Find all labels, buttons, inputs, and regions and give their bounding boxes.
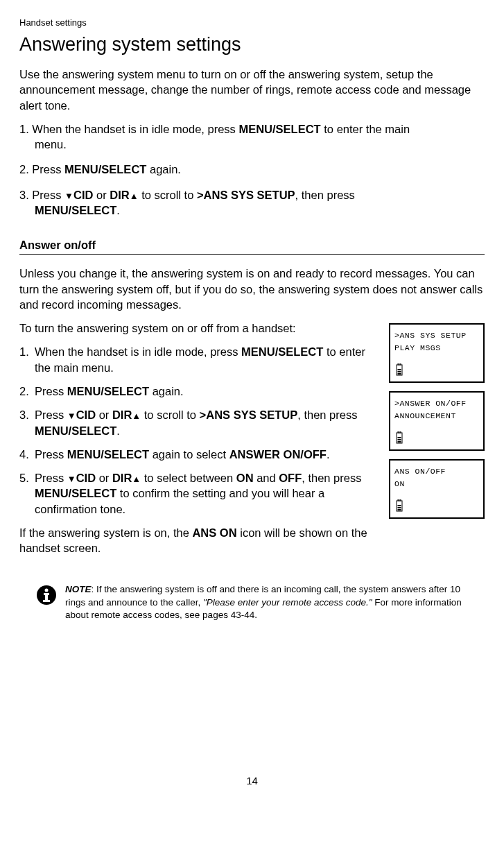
lcd-line: ON xyxy=(394,479,479,490)
text: MENU/ xyxy=(238,123,275,135)
text: SELECT xyxy=(101,163,146,175)
text: /SELECT xyxy=(69,424,117,437)
list-item: Press MENU/SELECT again. xyxy=(19,384,381,399)
lcd-screen-3: ANS ON/OFF ON xyxy=(389,459,485,519)
svg-rect-3 xyxy=(398,371,401,372)
text: DIR xyxy=(110,189,129,201)
list-item: When the handset is in idle mode, press … xyxy=(19,344,381,375)
svg-rect-9 xyxy=(398,441,401,442)
text: . xyxy=(116,424,120,437)
text: to enter the main xyxy=(321,123,410,135)
lcd-line: ANNOUNCEMENT xyxy=(394,411,479,422)
text: >ANS SYS SETUP xyxy=(197,189,295,201)
text: /SELECT xyxy=(69,204,117,216)
svg-rect-13 xyxy=(398,507,401,508)
text: /SELECT xyxy=(101,448,149,461)
text: ANS ON xyxy=(192,526,236,539)
text: Press xyxy=(35,448,67,461)
text: MENU xyxy=(67,385,101,397)
svg-rect-7 xyxy=(398,437,401,438)
list-item: Press MENU/SELECT again to select ANSWER… xyxy=(19,447,381,462)
text: /SELECT xyxy=(101,385,149,397)
text: to select between xyxy=(141,472,236,484)
battery-icon xyxy=(396,499,403,512)
text: When the handset is in idle mode, press xyxy=(35,345,241,358)
text: 3. Press xyxy=(19,189,64,201)
text: or xyxy=(93,189,110,201)
down-triangle-icon xyxy=(64,189,73,201)
note-text: NOTE: If the answering system is off and… xyxy=(65,583,479,621)
text: SELECT xyxy=(276,123,321,135)
note-block: NOTE: If the answering system is off and… xyxy=(36,583,479,621)
text: CID xyxy=(76,409,96,421)
lcd-screen-1: >ANS SYS SETUP PLAY MSGS xyxy=(389,323,485,383)
section2-lead: To turn the answering system on or off f… xyxy=(19,320,381,336)
text: 2. Press xyxy=(19,163,64,175)
text: Press xyxy=(35,472,67,484)
text: 1. When the handset is in idle mode, pre… xyxy=(19,123,238,135)
text: If the answering system is on, the xyxy=(19,526,192,539)
svg-rect-18 xyxy=(45,593,48,601)
up-triangle-icon xyxy=(132,409,141,421)
text: to scroll to xyxy=(141,409,199,421)
section2-intro: Unless you change it, the answering syst… xyxy=(19,266,485,312)
up-triangle-icon xyxy=(132,472,141,484)
lcd-line: >ANSWER ON/OFF xyxy=(394,398,479,409)
text: OFF xyxy=(279,472,302,484)
svg-rect-19 xyxy=(43,600,50,602)
text: SELECT xyxy=(278,345,323,358)
text: Press xyxy=(35,385,67,397)
note-quote: "Please enter your remote access code." xyxy=(203,597,372,608)
page-number: 14 xyxy=(19,774,485,788)
step-2: 2. Press MENU/SELECT again. xyxy=(19,162,485,177)
text: . xyxy=(116,204,120,216)
step-3: 3. Press CID or DIR to scroll to >ANS SY… xyxy=(19,187,485,218)
text: MENU xyxy=(35,487,69,499)
lcd-line: PLAY MSGS xyxy=(394,343,479,354)
text: MENU xyxy=(35,204,69,216)
svg-rect-14 xyxy=(398,509,401,510)
svg-rect-8 xyxy=(398,439,401,440)
text: CID xyxy=(73,189,93,201)
text: ANSWER ON/OFF xyxy=(229,448,327,461)
battery-icon xyxy=(396,431,403,444)
svg-rect-12 xyxy=(398,505,401,506)
text: MENU/ xyxy=(64,163,101,175)
text: or xyxy=(96,409,112,421)
down-triangle-icon xyxy=(67,409,76,421)
text: . xyxy=(327,448,330,461)
text: , then press xyxy=(295,189,355,201)
down-triangle-icon xyxy=(67,472,76,484)
text: DIR xyxy=(112,409,132,421)
text: and xyxy=(254,472,279,484)
step-1: 1. When the handset is in idle mode, pre… xyxy=(19,121,485,153)
closing-paragraph: If the answering system is on, the ANS O… xyxy=(19,525,381,556)
text: , then press xyxy=(297,409,357,421)
lcd-line: ANS ON/OFF xyxy=(394,466,479,477)
text: , then press xyxy=(302,472,361,484)
lcd-screen-2: >ANSWER ON/OFF ANNOUNCEMENT xyxy=(389,391,485,451)
text: again. xyxy=(146,163,181,175)
text: Press xyxy=(35,409,67,421)
up-triangle-icon xyxy=(130,189,139,201)
section-heading-answer-onoff: Answer on/off xyxy=(19,237,485,252)
text: CID xyxy=(76,472,96,484)
list-item: Press CID or DIR to scroll to >ANS SYS S… xyxy=(19,407,381,438)
text: menu. xyxy=(35,138,67,151)
text: MENU/ xyxy=(241,345,278,358)
text: /SELECT xyxy=(69,487,117,499)
svg-rect-2 xyxy=(398,369,401,370)
page-title: Answering system settings xyxy=(19,32,485,57)
info-icon xyxy=(36,585,57,605)
text: MENU xyxy=(35,424,69,437)
text: again. xyxy=(149,385,184,397)
svg-rect-4 xyxy=(398,373,401,375)
intro-paragraph: Use the answering system menu to turn on… xyxy=(19,67,485,113)
page-header: Handset settings xyxy=(19,17,485,29)
text: DIR xyxy=(112,472,132,484)
divider xyxy=(19,254,485,255)
text: to scroll to xyxy=(139,189,197,201)
lcd-line: >ANS SYS SETUP xyxy=(394,330,479,341)
text: MENU xyxy=(67,448,101,461)
text: ON xyxy=(236,472,254,484)
